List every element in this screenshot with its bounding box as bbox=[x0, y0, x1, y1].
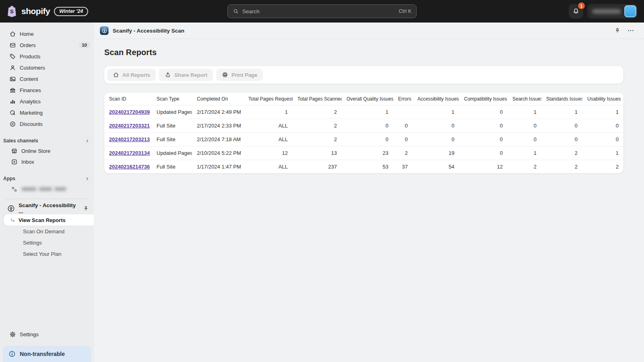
banner-label: Non-transferable bbox=[20, 351, 65, 357]
sidebar-item-inbox[interactable]: S Inbox bbox=[0, 156, 94, 167]
table-cell: 2 bbox=[393, 146, 413, 160]
table-cell: 0 bbox=[413, 133, 459, 146]
svg-text:S: S bbox=[13, 160, 15, 164]
scan-reports-table-card: Scan IDScan TypeCompleted OnTotal Pages … bbox=[104, 93, 623, 173]
column-header: Overall Quality Issues bbox=[342, 93, 393, 105]
table-row: 20240217203134Updated Pages2/10/2024 5:2… bbox=[104, 146, 623, 160]
table-cell: 0 bbox=[393, 133, 413, 146]
sidebar-item-marketing[interactable]: Marketing bbox=[0, 107, 94, 118]
app-name-label: Scanify - Accessibility ... bbox=[19, 202, 79, 214]
table-cell: 1/17/2024 1:47 PM bbox=[192, 160, 244, 174]
section-label: Apps bbox=[3, 176, 15, 181]
sidebar-item-label: View Scan Reports bbox=[19, 217, 66, 223]
table-cell: 0 bbox=[413, 119, 459, 133]
store-menu[interactable] bbox=[587, 4, 638, 19]
table-cell: 2 bbox=[293, 133, 342, 146]
table-cell: 13 bbox=[293, 146, 342, 160]
column-header: Errors bbox=[393, 93, 413, 105]
scan-id-link[interactable]: 20240217203134 bbox=[109, 150, 150, 156]
non-transferable-banner: Non-transferable bbox=[3, 346, 91, 362]
sidebar-item-home[interactable]: Home bbox=[0, 28, 94, 39]
app-page-title: Scanify - Accessibility Scan bbox=[113, 28, 184, 34]
table-row: 20240217204939Updated Pages2/17/2024 2:4… bbox=[104, 105, 623, 119]
sidebar-item-app-redacted[interactable] bbox=[0, 183, 94, 195]
pin-icon[interactable] bbox=[83, 206, 89, 212]
sidebar-item-label: Settings bbox=[23, 240, 42, 246]
sidebar-item-view-scan-reports[interactable]: View Scan Reports bbox=[4, 214, 94, 226]
sidebar-item-label: Analytics bbox=[20, 99, 41, 105]
sidebar-item-online-store[interactable]: Online Store bbox=[0, 146, 94, 156]
sidebar-item-label: Online Store bbox=[21, 148, 50, 154]
chat-icon: S bbox=[10, 158, 18, 165]
table-cell: 0 bbox=[393, 119, 413, 133]
home-icon bbox=[9, 31, 16, 37]
sidebar-item-label: Scan On Demand bbox=[23, 228, 64, 234]
sidebar-item-label: Marketing bbox=[20, 110, 43, 116]
info-icon bbox=[8, 350, 16, 358]
sidebar-item-content[interactable]: Content bbox=[0, 73, 94, 84]
scan-id-link[interactable]: 20240216214736 bbox=[109, 164, 150, 170]
table-cell: 0 bbox=[459, 119, 508, 133]
scan-reports-table: Scan IDScan TypeCompleted OnTotal Pages … bbox=[104, 93, 623, 173]
person-icon bbox=[9, 64, 16, 71]
sidebar-item-discounts[interactable]: Discounts bbox=[0, 118, 94, 130]
share-report-button[interactable]: Share Report bbox=[159, 69, 213, 81]
scan-id-link[interactable]: 20240217203213 bbox=[109, 136, 150, 142]
gear-icon bbox=[9, 331, 16, 338]
table-cell: 1 bbox=[582, 105, 623, 119]
search-input[interactable] bbox=[242, 8, 396, 14]
sales-channels-header[interactable]: Sales channels bbox=[0, 136, 94, 146]
sidebar-item-scanify-app[interactable]: Scanify - Accessibility ... bbox=[0, 202, 94, 214]
sidebar-item-orders[interactable]: Orders 10 bbox=[0, 39, 94, 51]
print-page-button[interactable]: Print Page bbox=[216, 69, 263, 81]
sidebar-item-select-your-plan[interactable]: Select Your Plan bbox=[4, 248, 94, 259]
report-toolbar: All Reports Share Report Print Page bbox=[104, 66, 623, 84]
table-cell: 0 bbox=[541, 119, 582, 133]
table-cell: 0 bbox=[582, 119, 623, 133]
table-cell: 0 bbox=[459, 105, 508, 119]
shopify-logo[interactable]: S shopify Winter '24 bbox=[6, 6, 88, 17]
column-header: Scan Type bbox=[152, 93, 192, 105]
scan-id-cell: 20240217203134 bbox=[104, 146, 152, 160]
apps-header[interactable]: Apps bbox=[0, 174, 94, 183]
pin-icon[interactable] bbox=[614, 27, 621, 34]
table-cell: 2 bbox=[541, 146, 582, 160]
tag-icon bbox=[9, 53, 16, 60]
orders-count-badge: 10 bbox=[79, 42, 90, 48]
table-cell: 1 bbox=[342, 105, 393, 119]
notification-count-badge: 1 bbox=[578, 2, 585, 9]
table-cell: 0 bbox=[508, 119, 541, 133]
all-reports-button[interactable]: All Reports bbox=[107, 69, 156, 81]
sidebar-item-finances[interactable]: Finances bbox=[0, 84, 94, 96]
sidebar-item-analytics[interactable]: Analytics bbox=[0, 96, 94, 107]
sidebar-item-label: Customers bbox=[20, 65, 45, 71]
table-cell: 2/10/2024 5:22 PM bbox=[192, 146, 244, 160]
storefront-icon bbox=[10, 148, 18, 154]
table-cell: 2 bbox=[582, 160, 623, 174]
table-cell: 12 bbox=[244, 146, 293, 160]
sidebar-item-scan-on-demand[interactable]: Scan On Demand bbox=[4, 226, 94, 237]
scan-id-link[interactable]: 20240217204939 bbox=[109, 109, 150, 115]
column-header: Standards Issues bbox=[541, 93, 582, 105]
sidebar-item-products[interactable]: Products bbox=[0, 51, 94, 62]
global-search[interactable]: Ctrl K bbox=[227, 4, 417, 18]
table-row: 20240216214736Full Site1/17/2024 1:47 PM… bbox=[104, 160, 623, 174]
divider bbox=[5, 199, 89, 199]
table-cell: 1 bbox=[244, 105, 293, 119]
app-name-redacted bbox=[21, 187, 66, 191]
table-cell: 2/12/2024 7:18 AM bbox=[192, 133, 244, 146]
table-cell: 1 bbox=[508, 146, 541, 160]
sidebar-item-label: Products bbox=[20, 53, 40, 60]
sidebar-item-settings[interactable]: Settings bbox=[0, 328, 94, 340]
notifications-button[interactable]: 1 bbox=[569, 4, 583, 19]
topbar: S shopify Winter '24 Ctrl K 1 bbox=[0, 0, 644, 23]
sidebar-item-label: Orders bbox=[20, 42, 36, 48]
sidebar-item-app-settings[interactable]: Settings bbox=[4, 237, 94, 248]
sidebar-item-customers[interactable]: Customers bbox=[0, 62, 94, 73]
table-cell bbox=[393, 105, 413, 119]
more-menu-icon[interactable] bbox=[627, 27, 634, 34]
svg-text:S: S bbox=[10, 8, 14, 14]
bank-icon bbox=[9, 87, 16, 94]
scan-id-link[interactable]: 20240217203321 bbox=[109, 123, 150, 129]
home-icon bbox=[113, 72, 119, 78]
